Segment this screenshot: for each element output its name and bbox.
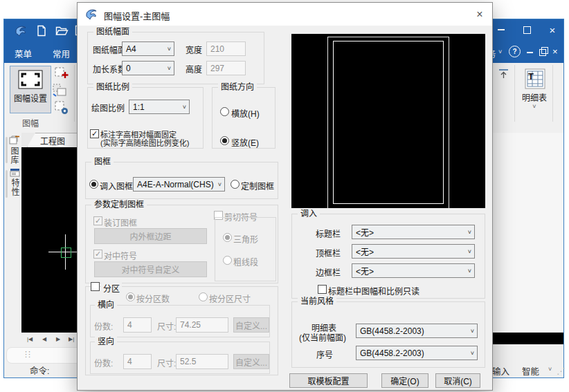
doc-close-button[interactable]: × <box>552 46 558 57</box>
group-legend: 横向 <box>95 300 117 310</box>
add-sheet-icon[interactable] <box>54 66 71 82</box>
close-icon: × <box>476 8 482 21</box>
by-size-radio[interactable] <box>199 292 208 301</box>
ribbon-separator <box>552 65 553 122</box>
margin-button[interactable]: 内外框边距 <box>94 228 207 244</box>
new-file-icon[interactable] <box>36 25 47 37</box>
dimension-align-icon[interactable] <box>497 68 514 84</box>
nav-first-button[interactable]: |◀ <box>27 336 33 342</box>
dialog-close-button[interactable]: × <box>471 7 489 21</box>
portrait-radio[interactable] <box>220 136 229 145</box>
doc-restore-button[interactable] <box>539 49 546 56</box>
side-frame-value: <无> <box>356 265 374 277</box>
custom-frame-radio[interactable] <box>231 180 240 189</box>
command-input-box[interactable]: ⋮ ⋮ <box>6 347 87 364</box>
h-count-field[interactable]: 4 <box>123 317 152 333</box>
top-frame-select[interactable]: <无> ˅ <box>352 244 475 259</box>
custom-frame-label: 定制图框 <box>241 180 274 192</box>
window-close-button[interactable]: × <box>541 19 563 40</box>
ok-button[interactable]: 确定(O) <box>381 373 428 388</box>
readonly-checkbox[interactable] <box>318 285 327 294</box>
center-custom-button[interactable]: 对中符号自定义 <box>94 261 207 277</box>
sidebar-item-library[interactable]: 图库 <box>8 147 20 165</box>
status-smart-toggle[interactable]: 智能 <box>522 364 539 377</box>
center-symbol-checkbox[interactable]: ✓ <box>93 250 102 259</box>
title-bar-select[interactable]: <无> ˅ <box>352 225 475 239</box>
help-icon: ? <box>512 48 516 55</box>
cancel-button[interactable]: 取消(C) <box>435 373 480 388</box>
v-count-value: 4 <box>127 357 132 366</box>
chevron-down-icon: ˅ <box>168 46 171 53</box>
cut-style-box <box>215 217 276 281</box>
v-count-field[interactable]: 4 <box>123 354 152 369</box>
lengthen-factor-select[interactable]: 0 ˅ <box>122 61 174 75</box>
width-label: 宽度 <box>186 44 202 55</box>
frame-select[interactable]: A4E-A-Normal(CHS) ˅ <box>133 177 225 192</box>
triangle-radio[interactable] <box>223 233 232 242</box>
detail-table-button[interactable]: T 明细表 ˅ <box>516 66 552 120</box>
binding-frame-checkbox[interactable]: ✓ <box>93 216 102 225</box>
draw-scale-value: 1:1 <box>133 102 145 112</box>
group-legend: 图纸比例 <box>93 82 132 92</box>
draw-scale-select[interactable]: 1:1 ˅ <box>129 100 190 114</box>
fixed-text-height-checkbox[interactable]: ✓ <box>90 129 99 138</box>
open-file-icon[interactable] <box>55 26 69 36</box>
nav-prev-button[interactable]: ◀ <box>42 336 46 342</box>
width-field[interactable]: 210 <box>206 41 246 56</box>
chevron-down-icon[interactable]: ˅ <box>498 48 502 55</box>
template-config-button[interactable]: 取模板配置 <box>289 373 368 388</box>
chevron-down-icon: ˅ <box>218 181 222 188</box>
close-icon: × <box>550 25 556 35</box>
thick-segment-radio[interactable] <box>223 256 232 265</box>
window-minimize-button[interactable] <box>490 19 512 40</box>
help-button[interactable]: ? <box>509 46 521 57</box>
sheet-setup-button[interactable]: 图幅设置 <box>10 66 51 113</box>
v-custom-button[interactable]: 自定义... <box>233 354 269 369</box>
doc-minimize-button[interactable] <box>527 52 533 53</box>
load-frame-radio[interactable] <box>89 180 98 189</box>
detail-style-select[interactable]: GB(4458.2-2003) ˅ <box>356 324 478 338</box>
zone-checkbox[interactable] <box>91 282 100 291</box>
window-maximize-button[interactable] <box>516 19 538 40</box>
h-custom-label: 自定义... <box>235 319 267 331</box>
sidebar-grip <box>6 137 8 163</box>
load-frame-label: 调入图框 <box>100 180 133 192</box>
landscape-radio[interactable] <box>220 107 229 116</box>
group-legend: 图纸方向 <box>218 82 257 92</box>
center-symbol-label: 对中符号 <box>104 250 137 261</box>
h-count-value: 4 <box>127 320 132 330</box>
nav-last-button[interactable]: ▶| <box>69 336 74 342</box>
ok-label: 确定(O) <box>390 375 419 386</box>
status-input-toggle[interactable]: 输入 <box>492 364 509 377</box>
resize-grip-icon[interactable]: ⋰ <box>557 366 566 376</box>
group-legend: 图纸幅面 <box>93 27 132 37</box>
nav-next-button[interactable]: ▶ <box>56 336 60 342</box>
thick-segment-label: 粗线段 <box>233 256 258 268</box>
h-count-label: 份数: <box>94 320 113 332</box>
command-prompt[interactable]: 命令: <box>30 364 49 377</box>
v-size-field[interactable]: 52.5 <box>176 354 228 369</box>
by-count-label: 按分区数 <box>136 292 170 304</box>
check-icon: ✓ <box>95 250 101 258</box>
side-frame-select[interactable]: <无> ˅ <box>352 263 475 278</box>
by-count-radio[interactable] <box>126 292 135 301</box>
library-icon <box>9 135 21 145</box>
paper-size-select[interactable]: A4 ˅ <box>122 41 174 56</box>
copy-sheet-icon[interactable] <box>52 83 69 100</box>
h-size-field[interactable]: 74.25 <box>176 317 228 333</box>
minimize-icon <box>498 29 505 30</box>
serial-style-select[interactable]: GB(4458.2-2003) ˅ <box>356 346 478 360</box>
landscape-label: 横放(H) <box>231 107 260 119</box>
h-size-value: 74.25 <box>180 320 201 330</box>
chevron-down-icon[interactable]: ˅ <box>548 366 552 373</box>
height-value: 297 <box>210 64 224 73</box>
sidebar-grip <box>6 170 8 198</box>
dialog-titlebar: 图幅设置-主图幅 × <box>78 3 492 26</box>
tab-menu[interactable]: 菜单 <box>15 47 32 60</box>
tab-common[interactable]: 常用 <box>53 47 70 60</box>
height-field[interactable]: 297 <box>206 61 246 75</box>
show-sheet-icon[interactable] <box>54 100 71 117</box>
tab-drawing[interactable]: 工程图 <box>27 133 78 147</box>
sidebar-item-properties[interactable]: 特性 <box>9 178 21 196</box>
h-custom-button[interactable]: 自定义... <box>233 317 269 333</box>
